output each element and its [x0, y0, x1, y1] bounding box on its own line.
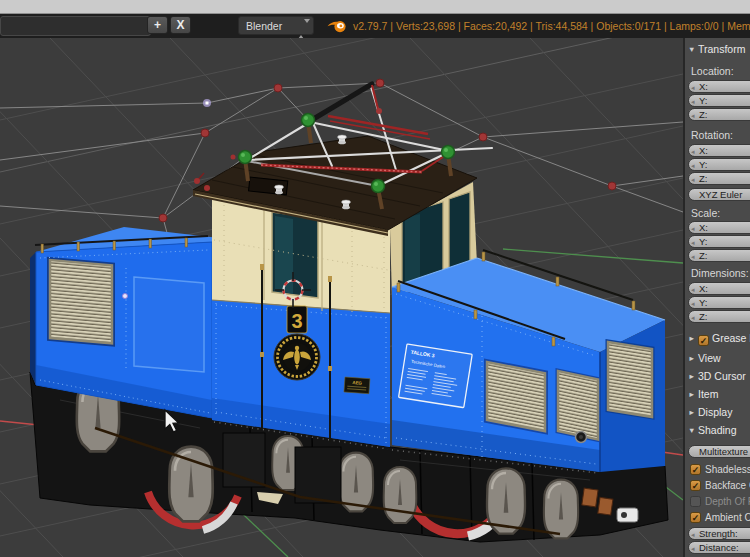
collapsed-arrow-icon: ► — [688, 387, 698, 402]
location-label: Location: — [691, 65, 734, 77]
panel-header-display[interactable]: ►Display — [688, 405, 732, 420]
collapsed-arrow-icon: ► — [688, 405, 698, 420]
loco-number: 3 — [291, 310, 302, 332]
panel-header-item[interactable]: ►Item — [688, 387, 718, 402]
builder-plate: AEG — [344, 377, 370, 394]
dimensions-x-slider[interactable]: ◂X: — [688, 282, 750, 295]
3d-viewport[interactable]: 3 AEG — [0, 38, 683, 557]
backface-culling-checkbox[interactable]: ✓ — [690, 480, 701, 491]
distance-slider[interactable]: ◂Distance: — [688, 541, 750, 554]
close-layout-button[interactable]: X — [170, 16, 191, 34]
scale-label: Scale: — [691, 207, 720, 219]
number-plate: 3 — [287, 306, 307, 333]
hood-grille-end — [606, 339, 655, 420]
hood-grille-mid — [556, 368, 601, 443]
panel-header-view[interactable]: ►View — [688, 351, 721, 366]
location-z-slider[interactable]: ◂Z: — [688, 108, 750, 121]
eagle-emblem — [274, 334, 320, 380]
coupling-bracket — [617, 508, 638, 522]
grease-pencil-checkbox[interactable]: ✓ — [698, 335, 709, 346]
panel-header-shading[interactable]: ▼Shading — [688, 423, 737, 438]
panel-header-grease-pencil[interactable]: ►✓Grease Pencil — [688, 331, 750, 346]
dimensions-y-slider[interactable]: ◂Y: — [688, 296, 750, 309]
rotation-label: Rotation: — [691, 129, 733, 141]
scale-y-slider[interactable]: ◂Y: — [688, 235, 750, 248]
panel-header-transform[interactable]: ▼Transform — [688, 42, 745, 57]
hood-grille-front — [484, 358, 548, 434]
scene-statistics: v2.79.7 | Verts:23,698 | Faces:20,492 | … — [353, 14, 750, 38]
editor-edge-strip — [0, 0, 750, 14]
scale-z-slider[interactable]: ◂Z: — [688, 249, 750, 262]
expand-arrow-icon: ▼ — [688, 423, 698, 438]
collapsed-arrow-icon: ► — [688, 369, 698, 384]
shading-mode-select[interactable]: Multitexture — [688, 445, 750, 458]
shadeless-option[interactable]: ✓Shadeless — [690, 463, 750, 476]
headlamp — [576, 432, 587, 443]
blender-logo-icon — [327, 18, 347, 38]
hood-grille-left — [47, 257, 115, 347]
shadeless-checkbox[interactable]: ✓ — [690, 464, 701, 475]
dimensions-z-slider[interactable]: ◂Z: — [688, 310, 750, 323]
properties-sidebar: ▼Transform Location: ◂X: ◂Y: ◂Z: Rotatio… — [683, 38, 750, 557]
expand-arrow-icon: ▼ — [688, 42, 698, 57]
depth-of-field-option[interactable]: Depth Of Field — [690, 495, 750, 508]
backface-culling-option[interactable]: ✓Backface Culling — [690, 479, 750, 492]
add-layout-button[interactable]: + — [147, 16, 168, 34]
location-y-slider[interactable]: ◂Y: — [688, 94, 750, 107]
contact-strip — [310, 84, 372, 121]
collapsed-arrow-icon: ► — [688, 351, 698, 366]
loco-right-hood: TALLOK 3 Technische Daten — [392, 250, 665, 472]
rotation-y-slider[interactable]: ◂Y: — [688, 158, 750, 171]
builder-plate-text: AEG — [352, 380, 363, 386]
render-engine-select[interactable]: Blender Render — [238, 16, 314, 35]
rotation-z-slider[interactable]: ◂Z: — [688, 172, 750, 185]
dimensions-label: Dimensions: — [691, 267, 749, 279]
viewport-canvas: 3 AEG — [0, 38, 683, 557]
location-x-slider[interactable]: ◂X: — [688, 80, 750, 93]
info-plate: TALLOK 3 Technische Daten — [399, 344, 473, 408]
depth-of-field-checkbox[interactable] — [690, 496, 701, 507]
ambient-occlusion-option[interactable]: ✓Ambient Occlusion — [690, 511, 750, 524]
strength-slider[interactable]: ◂Strength: — [688, 527, 750, 540]
info-header-bar: + X Blender Render v2.79.7 | Verts:23,69… — [0, 14, 750, 39]
empty-marker — [203, 99, 211, 107]
rotation-x-slider[interactable]: ◂X: — [688, 144, 750, 157]
scale-x-slider[interactable]: ◂X: — [688, 221, 750, 234]
object-origin-marker — [123, 294, 128, 299]
ambient-occlusion-checkbox[interactable]: ✓ — [690, 512, 701, 523]
collapsed-arrow-icon: ► — [688, 331, 698, 346]
select-arrows-icon — [298, 20, 310, 38]
blender-window: { "header": { "scene_field_value": "", "… — [0, 0, 750, 557]
panel-header-3d-cursor[interactable]: ►3D Cursor — [688, 369, 746, 384]
screen-layout-field[interactable] — [0, 16, 151, 36]
rotation-mode-select[interactable]: XYZ Euler — [688, 188, 750, 201]
